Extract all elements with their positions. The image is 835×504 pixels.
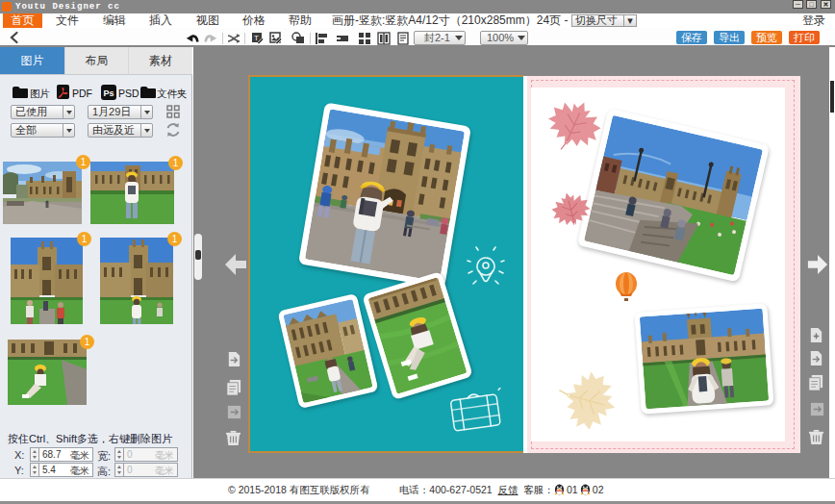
svg-text:Ps: Ps [104, 88, 114, 98]
svg-text:T: T [254, 34, 259, 42]
